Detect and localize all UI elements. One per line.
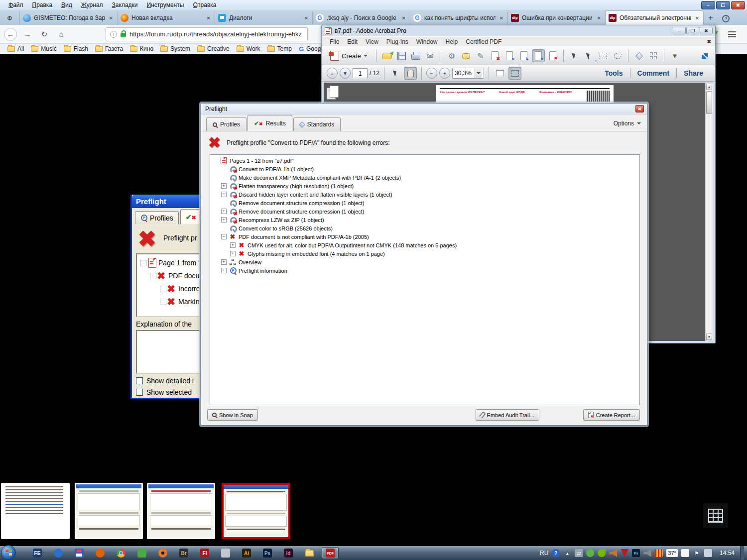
panel-button-Comment[interactable]: Comment [630, 69, 677, 77]
xp-tab-results[interactable]: ✔✖ Re [180, 209, 200, 224]
taskbar-clock[interactable]: 14:54 [720, 550, 735, 557]
url-text[interactable]: https://forum.rudtp.ru/threads/objazatel… [129, 30, 302, 38]
zoom-out-button[interactable]: − [426, 68, 437, 79]
tree-item[interactable]: +✖Recompress LZW as ZIP (1 object) [210, 216, 639, 224]
tab-close-icon[interactable]: ✕ [303, 15, 309, 21]
expand-plus-icon[interactable]: + [221, 209, 227, 214]
bookmark-Work[interactable]: Work [233, 45, 264, 53]
bookmark-System[interactable]: System [157, 45, 194, 53]
tab-close-icon[interactable]: ✕ [596, 15, 602, 21]
tree-item[interactable]: +✖Flatten transparency (high resolution)… [210, 182, 639, 190]
tree-item[interactable]: +✖CMYK used for alt. color but PDF/A Out… [210, 241, 639, 249]
explorer-button[interactable] [301, 547, 318, 559]
illustrator-button[interactable]: Ai [238, 547, 255, 559]
mail-app-button[interactable] [50, 547, 67, 559]
expand-plus-icon[interactable]: + [221, 268, 227, 273]
preflight-titlebar[interactable]: Preflight ✖ [201, 104, 647, 114]
close-button[interactable]: ✖ [731, 1, 745, 9]
acrobat-menu-Plug-Ins[interactable]: Plug-Ins [382, 38, 412, 46]
nvidia-icon[interactable] [598, 549, 606, 557]
expand-plus-icon[interactable]: + [221, 217, 227, 223]
scroll-thumb[interactable] [706, 91, 712, 114]
lasso-icon[interactable] [611, 49, 624, 62]
acrobat-close-button[interactable]: ✖ [700, 27, 713, 34]
zoom-level-select[interactable]: 30,3% [452, 68, 484, 79]
help-icon[interactable]: ? [552, 549, 560, 557]
back-button[interactable]: ← [4, 28, 17, 41]
gallery-thumbnail[interactable] [147, 483, 215, 539]
extract-pages-icon[interactable]: ▸ [503, 49, 516, 62]
preflight-close-button[interactable]: ✖ [635, 105, 644, 112]
output-preview-icon[interactable]: ⚑ [546, 49, 559, 62]
photoshop-button[interactable]: Ps [259, 547, 276, 559]
menubar-item-Правка[interactable]: Правка [28, 1, 57, 9]
email-icon[interactable]: ✉ [424, 49, 437, 62]
firefox-button[interactable] [92, 547, 109, 559]
fit-width-icon[interactable] [494, 67, 506, 80]
minimize-button[interactable]: – [701, 1, 715, 9]
tile-pages-icon[interactable] [647, 49, 660, 62]
browser-tab[interactable]: Диалоги✕ [215, 11, 313, 25]
browser-tab[interactable]: Gкак понять шрифты испол✕ [410, 11, 508, 25]
tree-item[interactable]: ✖MarkInf [139, 295, 200, 308]
language-indicator[interactable]: RU [540, 550, 548, 557]
menu-hamburger-icon[interactable] [728, 31, 736, 37]
tab-close-icon[interactable]: ✕ [401, 15, 407, 21]
expand-plus-icon[interactable]: + [230, 251, 236, 256]
options-dropdown[interactable]: Options [614, 120, 641, 127]
photoshop-tray-icon[interactable]: Ps [632, 549, 640, 557]
show-in-snap-button[interactable]: Show in Snap [207, 409, 258, 421]
browser-tab[interactable]: Новая вкладка✕ [118, 11, 215, 25]
embed-audit-trail-button[interactable]: Embed Audit Trail... [476, 409, 539, 421]
fit-page-icon[interactable] [508, 67, 521, 80]
comment-icon[interactable] [460, 49, 473, 62]
tree-item[interactable]: +Preflight information [210, 266, 639, 275]
bookmark-All[interactable]: All [4, 45, 27, 53]
flash-button[interactable]: Fl [196, 547, 213, 559]
tree-item[interactable]: +✖Remove document structure compression … [210, 207, 639, 216]
browser-tab[interactable]: G,tksq ajy - Поиск в Google✕ [313, 11, 410, 25]
acrobat-menu-Window[interactable]: Window [412, 38, 442, 46]
scheduler-icon[interactable] [655, 549, 663, 557]
print-icon[interactable] [409, 49, 422, 62]
acrobat-menu-Certified PDF[interactable]: Certified PDF [462, 38, 505, 46]
expand-minus-icon[interactable]: − [150, 273, 156, 279]
edit-text-icon[interactable]: ✎ [474, 49, 487, 62]
menubar-item-Справка[interactable]: Справка [188, 1, 221, 9]
flag-icon[interactable]: ⚑ [693, 549, 701, 557]
tree-item[interactable]: Convert color to sRGB (25626 objects) [210, 224, 639, 232]
home-button[interactable]: ⌂ [55, 28, 68, 41]
history-clock-icon[interactable] [719, 12, 732, 25]
tray-expand-icon[interactable]: ▴ [563, 549, 571, 557]
tab-close-icon[interactable]: ✕ [694, 15, 700, 21]
export-page-icon[interactable]: ↳ [517, 49, 530, 62]
results-tree[interactable]: Pages 1 - 12 from "в7.pdf"✖Convert to PD… [210, 154, 640, 405]
select-object-icon[interactable]: + [582, 49, 595, 62]
muted-volume-icon[interactable] [643, 549, 651, 557]
forward-button[interactable]: → [21, 28, 34, 41]
preflight-tab-Results[interactable]: ✔✖Results [248, 115, 292, 131]
navigate-icon[interactable] [632, 49, 645, 62]
bookmark-Temp[interactable]: Temp [264, 45, 295, 53]
browser-tab[interactable]: dtpОбязательный электронны✕ [606, 11, 703, 25]
viewer-button[interactable] [154, 547, 171, 559]
menubar-item-Инструменты[interactable]: Инструменты [142, 1, 189, 9]
acrobat-menu-Edit[interactable]: Edit [343, 38, 362, 46]
gear-icon[interactable]: ⚙ [445, 49, 458, 62]
select-icon[interactable] [568, 49, 581, 62]
menubar-item-Журнал[interactable]: Журнал [77, 1, 108, 9]
acrobat-restore-button[interactable] [686, 27, 699, 34]
expand-plus-icon[interactable]: + [230, 242, 236, 248]
tree-item[interactable]: Pages 1 - 12 from "в7.pdf" [210, 156, 639, 165]
bookmark-Flash[interactable]: Flash [60, 45, 92, 53]
checkbox-icon[interactable] [136, 377, 143, 384]
network-icon[interactable] [704, 549, 712, 557]
tree-item[interactable]: ✖Convert to PDF/A-1b (1 object) [210, 165, 639, 173]
start-button[interactable] [1, 545, 16, 560]
bookmark-Газета[interactable]: Газета [92, 45, 126, 53]
page-info-icon[interactable]: i [110, 31, 117, 38]
chrome-button[interactable] [113, 547, 129, 559]
panel-button-Tools[interactable]: Tools [598, 69, 629, 77]
expand-plus-icon[interactable]: + [221, 259, 227, 265]
tree-item[interactable]: −✖PDF document is not compliant with PDF… [210, 232, 639, 241]
